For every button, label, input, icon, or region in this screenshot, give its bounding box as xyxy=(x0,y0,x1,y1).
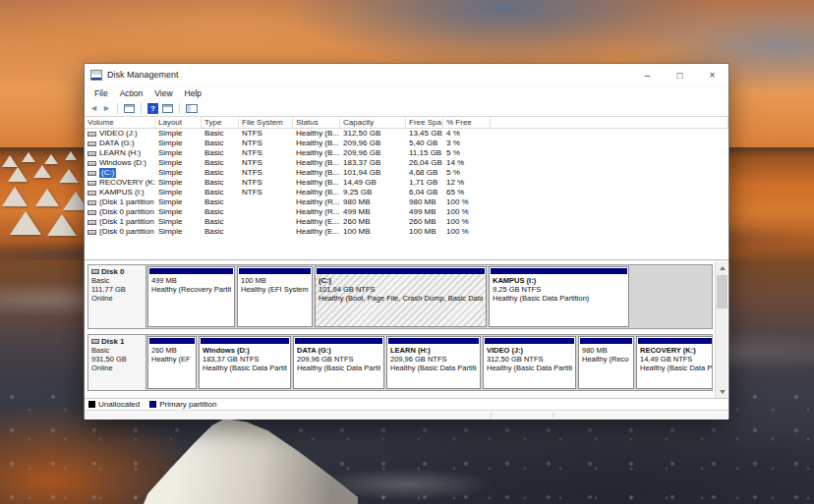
volume-type: Basic xyxy=(202,168,239,178)
scrollbar-thumb[interactable] xyxy=(717,275,727,308)
volume-name: RECOVERY (K:) xyxy=(99,178,155,188)
close-button[interactable]: × xyxy=(696,64,728,85)
partition-block[interactable]: (C:) 101,94 GB NTFS Healthy (Boot, Page … xyxy=(315,266,487,327)
volume-status: Healthy (B... xyxy=(293,188,340,197)
salt-mound xyxy=(8,167,28,182)
partition-block[interactable]: KAMPUS (I:) 9,25 GB NTFS Healthy (Basic … xyxy=(489,266,629,327)
partition-status: Healthy (Boot, Page File, Crash Dump, Ba… xyxy=(319,294,483,303)
volume-status: Healthy (B... xyxy=(293,148,340,158)
partition-size: 312,50 GB NTFS xyxy=(487,355,572,364)
drive-icon xyxy=(87,191,96,196)
partition-status: Healthy (Basic Data Partition xyxy=(487,364,572,372)
partition-block[interactable]: DATA (G:) 209,96 GB NTFS Healthy (Basic … xyxy=(293,336,384,389)
volume-row[interactable]: (Disk 1 partition 7) Simple Basic Health… xyxy=(85,197,728,207)
disk-0-label[interactable]: Disk 0 Basic 111,77 GB Online xyxy=(87,264,146,329)
column-header-capacity[interactable]: Capacity xyxy=(340,117,406,128)
maximize-button[interactable]: □ xyxy=(664,64,696,85)
volume-name: (C:) xyxy=(99,168,116,178)
volume-fs: NTFS xyxy=(239,139,293,148)
scroll-down-icon[interactable] xyxy=(716,385,728,398)
salt-mound xyxy=(59,169,79,183)
volume-type: Basic xyxy=(202,197,239,207)
partition-size: 14,49 GB NTFS xyxy=(640,355,712,364)
volume-row[interactable]: Windows (D:) Simple Basic NTFS Healthy (… xyxy=(85,158,728,168)
volume-free: 13,45 GB xyxy=(406,129,443,139)
volume-pct-free: 100 % xyxy=(443,227,491,237)
partition-name: RECOVERY (K:) xyxy=(640,346,712,355)
salt-mound xyxy=(2,155,18,167)
salt-mound xyxy=(65,151,77,160)
volume-name: DATA (G:) xyxy=(99,139,135,148)
column-header-type[interactable]: Type xyxy=(202,117,239,128)
volume-row[interactable]: (Disk 0 partition 2) Simple Basic Health… xyxy=(85,227,728,237)
partition-block[interactable]: VIDEO (J:) 312,50 GB NTFS Healthy (Basic… xyxy=(483,336,576,389)
volume-row[interactable]: KAMPUS (I:) Simple Basic NTFS Healthy (B… xyxy=(85,188,728,197)
disk-1-label[interactable]: Disk 1 Basic 931,50 GB Online xyxy=(87,334,146,391)
volume-layout: Simple xyxy=(155,158,202,168)
volume-status: Healthy (B... xyxy=(293,129,340,139)
column-header-volume[interactable]: Volume xyxy=(85,117,155,128)
menu-file[interactable]: File xyxy=(88,88,114,98)
show-hide-icon[interactable] xyxy=(186,104,198,113)
partition-block[interactable]: RECOVERY (K:) 14,49 GB NTFS Healthy (Bas… xyxy=(636,336,713,389)
partition-block[interactable]: LEARN (H:) 209,96 GB NTFS Healthy (Basic… xyxy=(386,336,481,389)
partition-block[interactable]: 100 MB Healthy (EFI System xyxy=(237,266,313,327)
volume-row[interactable]: (Disk 1 partition 1) Simple Basic Health… xyxy=(85,217,728,227)
menu-action[interactable]: Action xyxy=(114,88,149,98)
drive-icon xyxy=(87,161,96,166)
volume-name: VIDEO (J:) xyxy=(99,129,138,139)
volume-capacity: 100 MB xyxy=(340,227,406,237)
status-bar xyxy=(85,410,728,420)
menu-view[interactable]: View xyxy=(148,88,178,98)
partition-block[interactable]: 499 MB Healthy (Recovery Partitio xyxy=(147,266,235,327)
volume-row[interactable]: RECOVERY (K:) Simple Basic NTFS Healthy … xyxy=(85,178,728,188)
scroll-up-icon[interactable] xyxy=(716,261,728,274)
volume-status: Healthy (B... xyxy=(293,139,340,148)
forward-arrow-icon[interactable]: ► xyxy=(102,104,111,113)
volume-capacity: 312,50 GB xyxy=(340,129,406,139)
volume-row[interactable]: DATA (G:) Simple Basic NTFS Healthy (B..… xyxy=(85,139,728,148)
volume-status: Healthy (E... xyxy=(293,227,340,237)
partition-name: (C:) xyxy=(319,276,483,285)
volume-fs xyxy=(239,227,293,237)
column-header-pct-free[interactable]: % Free xyxy=(443,117,491,128)
column-header-file-system[interactable]: File System xyxy=(239,117,293,128)
partition-block[interactable]: 980 MB Healthy (Reco xyxy=(578,336,634,389)
volume-row[interactable]: (Disk 0 partition 1) Simple Basic Health… xyxy=(85,207,728,217)
help-icon[interactable]: ? xyxy=(147,103,158,114)
volume-type: Basic xyxy=(202,227,239,237)
volume-free: 100 MB xyxy=(406,227,443,237)
disk-size: 931,50 GB xyxy=(91,355,143,364)
volume-list-body: VIDEO (J:) Simple Basic NTFS Healthy (B.… xyxy=(85,129,728,237)
disk-1-partition-strip: 260 MB Healthy (EF Windows (D:) 183,37 G… xyxy=(146,334,713,391)
volume-table-header: Volume Layout Type File System Status Ca… xyxy=(85,117,728,129)
disk-name: Disk 0 xyxy=(101,267,125,276)
partition-status: Healthy (Basic Data Pa xyxy=(640,364,712,372)
volume-row[interactable]: (C:) Simple Basic NTFS Healthy (B... 101… xyxy=(85,168,728,178)
partition-block[interactable]: 260 MB Healthy (EF xyxy=(147,336,197,389)
salt-mound xyxy=(44,154,58,164)
partition-block[interactable]: Windows (D:) 183,37 GB NTFS Healthy (Bas… xyxy=(199,336,291,389)
volume-name: (Disk 0 partition 2) xyxy=(99,227,155,237)
volume-capacity: 183,37 GB xyxy=(340,158,406,168)
volume-row[interactable]: LEARN (H:) Simple Basic NTFS Healthy (B.… xyxy=(85,148,728,158)
disk-management-app-icon xyxy=(90,70,102,81)
back-arrow-icon[interactable]: ◄ xyxy=(89,104,98,113)
properties-icon[interactable] xyxy=(162,104,173,113)
minimize-button[interactable]: – xyxy=(631,64,664,85)
volume-free: 26,04 GB xyxy=(406,158,443,168)
column-header-free-space[interactable]: Free Spa... xyxy=(406,117,443,128)
vertical-scrollbar[interactable] xyxy=(715,261,727,398)
volume-type: Basic xyxy=(202,139,239,148)
volume-type: Basic xyxy=(202,178,239,188)
volume-row[interactable]: VIDEO (J:) Simple Basic NTFS Healthy (B.… xyxy=(85,129,728,139)
column-header-status[interactable]: Status xyxy=(293,117,340,128)
menu-help[interactable]: Help xyxy=(179,88,207,98)
partition-size: 209,96 GB NTFS xyxy=(297,355,380,364)
volume-fs: NTFS xyxy=(239,148,293,158)
volume-layout: Simple xyxy=(155,148,202,158)
legend-unallocated: Unallocated xyxy=(88,400,140,409)
column-header-layout[interactable]: Layout xyxy=(155,117,202,128)
console-tree-icon[interactable] xyxy=(124,104,135,113)
title-bar[interactable]: Disk Management – □ × xyxy=(85,64,728,85)
